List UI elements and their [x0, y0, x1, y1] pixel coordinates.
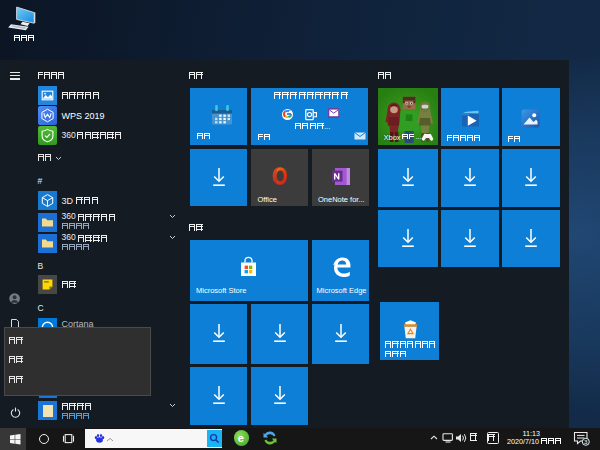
svg-text:3: 3: [584, 438, 588, 445]
